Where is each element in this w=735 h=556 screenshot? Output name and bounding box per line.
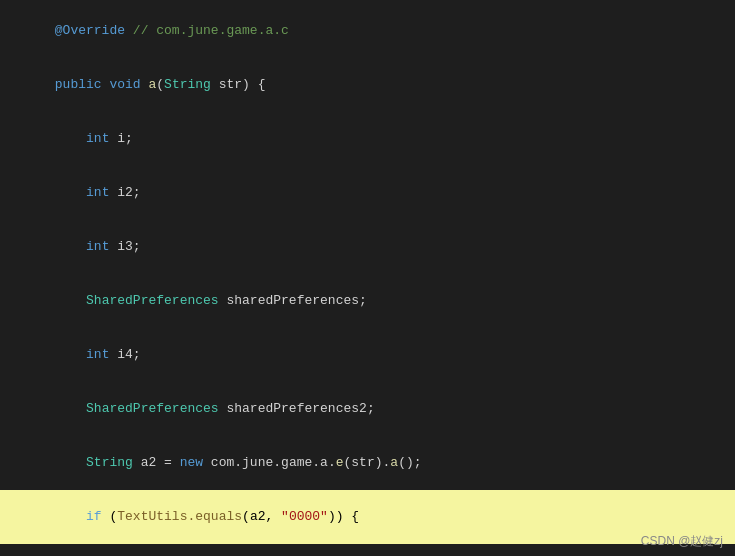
line-11: i = this.f782a.f; — [0, 544, 735, 556]
line-10-highlighted: if (TextUtils.equals(a2, "0000")) { — [0, 490, 735, 544]
code-container: @Override // com.june.game.a.c public vo… — [0, 0, 735, 556]
line-1: @Override // com.june.game.a.c — [0, 4, 735, 58]
line-5: int i3; — [0, 220, 735, 274]
line-2: public void a(String str) { — [0, 58, 735, 112]
line-6: SharedPreferences sharedPreferences; — [0, 274, 735, 328]
watermark: CSDN @赵健zj — [641, 533, 723, 550]
line-4: int i2; — [0, 166, 735, 220]
line-3: int i; — [0, 112, 735, 166]
line-9: String a2 = new com.june.game.a.e(str).a… — [0, 436, 735, 490]
line-8: SharedPreferences sharedPreferences2; — [0, 382, 735, 436]
line-7: int i4; — [0, 328, 735, 382]
